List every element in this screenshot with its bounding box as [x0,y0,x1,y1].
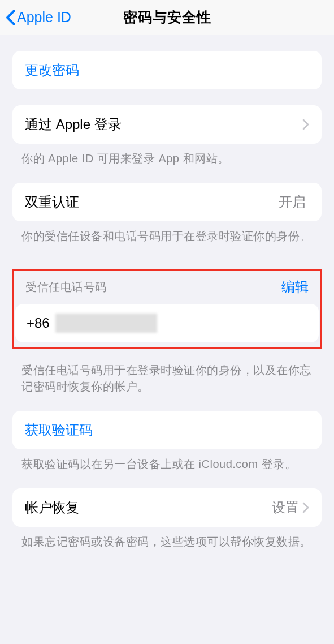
account-recovery-row[interactable]: 帐户恢复 设置 [12,488,322,527]
navbar: Apple ID 密码与安全性 [0,0,334,35]
two-factor-label: 双重认证 [25,193,279,211]
get-code-footer: 获取验证码以在另一台设备上或在 iCloud.com 登录。 [0,449,334,473]
back-button[interactable]: Apple ID [0,9,71,26]
back-label: Apple ID [17,9,71,25]
chevron-left-icon [6,9,16,26]
sign-in-with-apple-footer: 你的 Apple ID 可用来登录 App 和网站。 [0,144,334,167]
two-factor-status: 开启 [279,193,306,211]
two-factor-footer: 你的受信任设备和电话号码用于在登录时验证你的身份。 [0,221,334,244]
account-recovery-label: 帐户恢复 [25,499,272,517]
trusted-phone-footer: 受信任电话号码用于在登录时验证你的身份，以及在你忘记密码时恢复你的帐户。 [0,355,334,395]
chevron-right-icon [302,119,309,130]
get-verification-code-label: 获取验证码 [25,421,309,439]
sign-in-with-apple-row[interactable]: 通过 Apple 登录 [12,105,322,144]
account-recovery-footer: 如果忘记密码或设备密码，这些选项可以帮你恢复数据。 [0,527,334,550]
change-password-button[interactable]: 更改密码 [12,51,322,89]
sign-in-with-apple-label: 通过 Apple 登录 [25,115,302,134]
trusted-phone-row[interactable]: +86 [15,304,319,342]
chevron-right-icon [302,502,309,513]
edit-trusted-phone-button[interactable]: 编辑 [281,278,309,296]
get-verification-code-button[interactable]: 获取验证码 [12,411,322,449]
phone-redacted [55,314,157,333]
phone-prefix: +86 [27,315,50,331]
change-password-label: 更改密码 [25,61,309,79]
trusted-phone-section: 受信任电话号码 编辑 +86 [12,269,322,349]
two-factor-row[interactable]: 双重认证 开启 [12,183,322,221]
account-recovery-detail: 设置 [272,499,299,517]
trusted-phone-header: 受信任电话号码 [25,280,281,295]
